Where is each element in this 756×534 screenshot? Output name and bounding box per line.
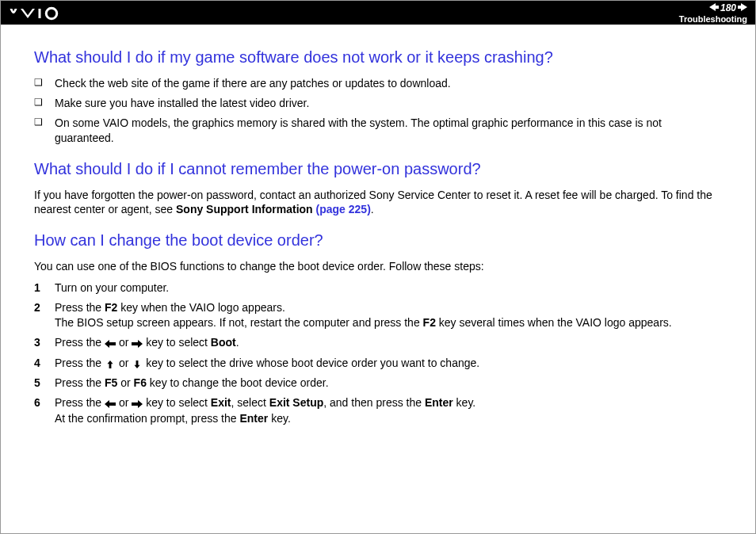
q3-intro: You can use one of the BIOS functions to… xyxy=(34,259,722,274)
arrow-left-icon xyxy=(105,396,116,411)
key-exit-setup: Exit Setup xyxy=(269,396,323,409)
header-bar: 180 Troubleshooting xyxy=(1,1,755,25)
step-number: 1 xyxy=(34,280,55,296)
list-item: ❑ Make sure you have installed the lates… xyxy=(34,96,722,111)
vaio-logo xyxy=(9,4,80,22)
prev-page-arrow-icon[interactable] xyxy=(709,3,719,13)
step-item: 5 Press the F5 or F6 key to change the b… xyxy=(34,376,722,391)
header-right: 180 Troubleshooting xyxy=(679,2,747,24)
svg-marker-7 xyxy=(135,360,140,368)
content-area: What should I do if my game software doe… xyxy=(1,25,755,447)
arrow-right-icon xyxy=(132,336,143,351)
key-exit: Exit xyxy=(211,396,231,409)
bullet-text: Make sure you have installed the latest … xyxy=(55,96,722,111)
support-link-label: Sony Support Information xyxy=(176,203,313,216)
arrow-down-icon xyxy=(132,356,143,371)
svg-rect-0 xyxy=(39,9,41,18)
svg-marker-8 xyxy=(105,400,116,408)
step-text: Press the or key to select the drive who… xyxy=(55,356,722,372)
step-text: Press the or key to select Exit, select … xyxy=(55,395,722,426)
svg-point-1 xyxy=(46,8,57,19)
step-text: Press the F5 or F6 key to change the boo… xyxy=(55,376,722,391)
svg-marker-4 xyxy=(105,340,116,348)
svg-marker-6 xyxy=(107,360,113,368)
svg-marker-9 xyxy=(132,400,143,408)
step-item: 4 Press the or key to select the drive w… xyxy=(34,356,722,372)
step-text: Press the or key to select Boot. xyxy=(55,335,722,351)
bullet-icon: ❑ xyxy=(34,76,55,89)
list-item: ❑ On some VAIO models, the graphics memo… xyxy=(34,116,722,146)
q2-heading: What should I do if I cannot remember th… xyxy=(34,160,722,178)
step-item: 1 Turn on your computer. xyxy=(34,280,722,296)
step-number: 5 xyxy=(34,376,55,391)
q3-steps-list: 1 Turn on your computer. 2 Press the F2 … xyxy=(34,280,722,426)
key-enter: Enter xyxy=(239,412,268,425)
q1-heading: What should I do if my game software doe… xyxy=(34,48,722,67)
page-reference-link[interactable]: (page 225) xyxy=(313,203,371,216)
key-f2: F2 xyxy=(105,301,117,314)
section-label: Troubleshooting xyxy=(679,14,747,24)
step-number: 6 xyxy=(34,395,55,410)
key-boot: Boot xyxy=(211,336,236,349)
step-item: 6 Press the or key to select Exit, selec… xyxy=(34,395,722,426)
arrow-up-icon xyxy=(105,356,116,371)
arrow-left-icon xyxy=(105,336,116,351)
bullet-text: Check the web site of the game if there … xyxy=(55,76,722,91)
step-number: 3 xyxy=(34,335,55,350)
q1-bullet-list: ❑ Check the web site of the game if ther… xyxy=(34,76,722,146)
body-text-post: . xyxy=(371,203,374,216)
step-item: 2 Press the F2 key when the VAIO logo ap… xyxy=(34,300,722,330)
svg-marker-2 xyxy=(709,3,719,11)
next-page-arrow-icon[interactable] xyxy=(738,3,747,13)
list-item: ❑ Check the web site of the game if ther… xyxy=(34,76,722,91)
step-text: Turn on your computer. xyxy=(55,280,722,296)
page-number: 180 xyxy=(720,2,736,13)
q3-heading: How can I change the boot device order? xyxy=(34,231,722,250)
step-item: 3 Press the or key to select Boot. xyxy=(34,335,722,351)
key-f6: F6 xyxy=(134,376,147,389)
step-number: 2 xyxy=(34,300,55,315)
svg-marker-3 xyxy=(738,3,747,11)
step-text: Press the F2 key when the VAIO logo appe… xyxy=(55,300,722,330)
arrow-right-icon xyxy=(132,396,143,411)
svg-marker-5 xyxy=(132,340,143,348)
key-enter: Enter xyxy=(425,396,453,409)
bullet-icon: ❑ xyxy=(34,96,55,109)
bullet-icon: ❑ xyxy=(34,116,55,128)
key-f5: F5 xyxy=(105,376,117,389)
q2-body: If you have forgotten the power-on passw… xyxy=(34,188,722,218)
page-nav: 180 xyxy=(709,2,747,13)
bullet-text: On some VAIO models, the graphics memory… xyxy=(55,116,722,146)
key-f2: F2 xyxy=(423,316,436,329)
step-number: 4 xyxy=(34,356,55,371)
